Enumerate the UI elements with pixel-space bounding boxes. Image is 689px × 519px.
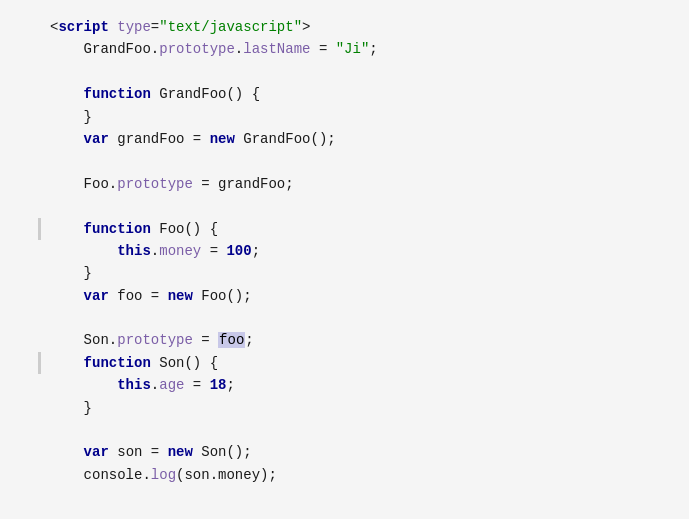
code-text: var grandFoo = new GrandFoo(); [50, 128, 336, 150]
code-editor: <script type="text/javascript"> GrandFoo… [0, 0, 689, 519]
code-text: console.log(son.money); [50, 464, 277, 486]
code-line-13: var foo = new Foo(); [50, 285, 689, 307]
code-text: this.money = 100; [50, 240, 260, 262]
code-line-3 [50, 61, 689, 83]
line-indicator [38, 352, 46, 374]
code-text: GrandFoo.prototype.lastName = "Ji"; [50, 38, 378, 60]
code-line-18: } [50, 397, 689, 419]
code-text: var son = new Son(); [50, 441, 252, 463]
code-text: <script type="text/javascript"> [50, 16, 310, 38]
code-text: } [50, 397, 92, 419]
code-line-19 [50, 419, 689, 441]
code-line-10: function Foo() { [50, 218, 689, 240]
line-indicator [38, 218, 46, 240]
code-text: var foo = new Foo(); [50, 285, 252, 307]
code-line-14 [50, 307, 689, 329]
code-line-4: function GrandFoo() { [50, 83, 689, 105]
code-text: } [50, 106, 92, 128]
code-line-20: var son = new Son(); [50, 441, 689, 463]
code-text: Son.prototype = foo; [50, 329, 254, 351]
code-text: function Son() { [50, 352, 218, 374]
code-text: Foo.prototype = grandFoo; [50, 173, 294, 195]
code-line-12: } [50, 262, 689, 284]
code-line-11: this.money = 100; [50, 240, 689, 262]
code-text: } [50, 262, 92, 284]
code-line-6: var grandFoo = new GrandFoo(); [50, 128, 689, 150]
code-line-7 [50, 150, 689, 172]
code-line-17: this.age = 18; [50, 374, 689, 396]
code-line-15: Son.prototype = foo; [50, 329, 689, 351]
code-text: function GrandFoo() { [50, 83, 260, 105]
code-text: function Foo() { [50, 218, 218, 240]
code-line-16: function Son() { [50, 352, 689, 374]
code-text: this.age = 18; [50, 374, 235, 396]
code-line-8: Foo.prototype = grandFoo; [50, 173, 689, 195]
code-line-5: } [50, 106, 689, 128]
code-line-1: <script type="text/javascript"> [50, 16, 689, 38]
code-line-9 [50, 195, 689, 217]
code-line-2: GrandFoo.prototype.lastName = "Ji"; [50, 38, 689, 60]
code-line-21: console.log(son.money); [50, 464, 689, 486]
